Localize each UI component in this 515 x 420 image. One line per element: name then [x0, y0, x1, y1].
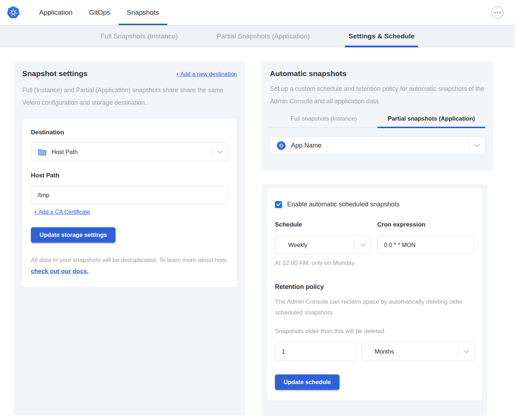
chevron-down-icon [469, 144, 485, 148]
nav-item-snapshots[interactable]: Snapshots [118, 0, 167, 25]
schedule-panel: Enable automatic scheduled snapshots Sch… [262, 184, 487, 416]
schedule-label: Schedule [275, 221, 371, 228]
cron-expression-label: Cron expression [377, 221, 474, 228]
chevron-down-icon [458, 350, 474, 354]
retention-hint: Snapshots older than this will be delete… [275, 328, 474, 335]
tab-full-snapshots[interactable]: Full snapshots (Instance) [270, 115, 378, 127]
right-column: Automatic snapshots Set up a custom sche… [262, 61, 493, 416]
dedup-footnote: All data in your snapshots will be dedup… [31, 255, 228, 277]
top-nav: Application GitOps Snapshots [0, 0, 515, 25]
snapshots-subnav: Full Snapshots (Instance) Partial Snapsh… [0, 25, 515, 47]
host-path-label: Host Path [31, 172, 228, 179]
app-select-value: App Name [291, 142, 322, 149]
kubernetes-logo-icon [6, 5, 20, 20]
snapshot-type-tabs: Full snapshots (Instance) Partial snapsh… [270, 115, 485, 128]
automatic-snapshots-title: Automatic snapshots [270, 69, 485, 78]
app-select[interactable]: App Name [270, 136, 485, 154]
overflow-menu-button[interactable] [491, 6, 504, 19]
tab-full-snapshots-instance[interactable]: Full Snapshots (Instance) [97, 25, 181, 47]
schedule-card: Enable automatic scheduled snapshots Sch… [267, 188, 482, 401]
schedule-interval-value: Weekly [282, 242, 308, 248]
tab-partial-snapshots[interactable]: Partial snapshots (Application) [378, 115, 485, 127]
schedule-interval-select[interactable]: Weekly [275, 235, 371, 254]
cron-hint: At 12:00 AM, only on Monday [275, 260, 474, 267]
snapshot-settings-description: Full (Instance) and Partial (Application… [22, 84, 237, 109]
tab-settings-schedule[interactable]: Settings & Schedule [345, 25, 418, 47]
retention-unit-value: Months [368, 348, 394, 355]
snapshot-settings-title: Snapshot settings [22, 69, 88, 78]
destination-select-value: Host Path [52, 149, 78, 155]
enable-snapshots-checkbox[interactable] [275, 201, 282, 208]
nav-item-gitops[interactable]: GitOps [81, 0, 118, 25]
destination-select[interactable]: Host Path [31, 143, 228, 161]
cron-expression-input[interactable] [377, 235, 474, 254]
storage-settings-card: Destination Host Path Host Path + Add a … [22, 119, 237, 288]
enable-snapshots-row[interactable]: Enable automatic scheduled snapshots [275, 201, 474, 208]
main-content: Snapshot settings + Add a new destinatio… [0, 47, 515, 416]
app-kubernetes-icon [277, 141, 286, 150]
update-storage-settings-button[interactable]: Update storage settings [31, 227, 116, 243]
automatic-snapshots-panel: Automatic snapshots Set up a custom sche… [262, 61, 493, 171]
primary-nav: Application GitOps Snapshots [31, 0, 167, 25]
nav-item-application[interactable]: Application [31, 0, 81, 25]
destination-label: Destination [31, 129, 228, 136]
chevron-down-icon [355, 243, 371, 247]
retention-policy-description: The Admin Console can reclaim space by a… [275, 297, 465, 318]
retention-unit-select[interactable]: Months [361, 342, 474, 361]
folder-icon [38, 148, 47, 156]
host-path-input[interactable] [31, 186, 228, 204]
retention-value-input[interactable] [275, 342, 356, 361]
tab-partial-snapshots-application[interactable]: Partial Snapshots (Application) [213, 25, 313, 47]
chevron-down-icon [212, 150, 228, 154]
snapshot-settings-panel: Snapshot settings + Add a new destinatio… [14, 61, 245, 416]
enable-snapshots-label: Enable automatic scheduled snapshots [287, 201, 399, 208]
update-schedule-button[interactable]: Update schedule [275, 374, 340, 390]
automatic-snapshots-description: Set up a custom schedule and retention p… [270, 83, 485, 108]
add-new-destination-link[interactable]: + Add a new destination [176, 71, 237, 78]
docs-link[interactable]: check out our docs. [31, 268, 89, 275]
add-ca-certificate-link[interactable]: + Add a CA Certificate [34, 209, 90, 215]
retention-policy-title: Retention policy [275, 283, 474, 291]
ellipsis-icon [494, 12, 496, 13]
